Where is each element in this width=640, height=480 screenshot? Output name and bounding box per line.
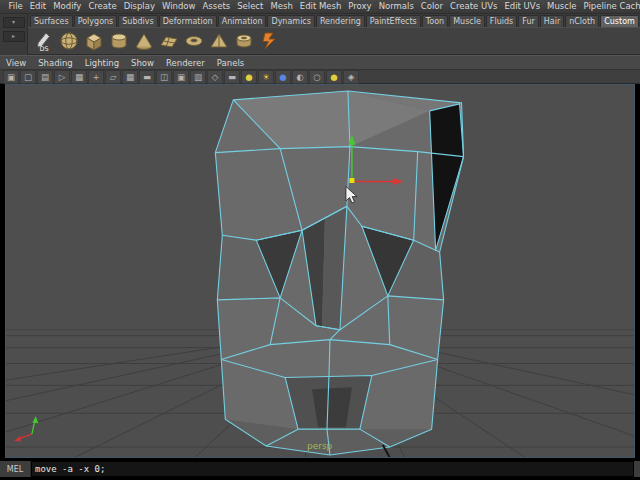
isolate-select-icon[interactable]: ◈ [343, 70, 359, 84]
poly-torus-icon [183, 30, 205, 52]
menu-edit-uvs[interactable]: Edit UVs [501, 0, 544, 13]
safe-action-icon[interactable]: ◇ [207, 70, 223, 84]
film-gate-icon[interactable]: ▬ [139, 70, 155, 84]
resolution-gate-icon[interactable]: ◫ [156, 70, 172, 84]
shelf-icon-poly-torus[interactable] [181, 29, 206, 54]
panel-menu-lighting[interactable]: Lighting [85, 56, 119, 70]
panel-menu-bar: View Shading Lighting Show Renderer Pane… [0, 55, 640, 69]
lock-camera-icon[interactable]: □ [20, 70, 36, 84]
shelf-tab-hair[interactable]: Hair [540, 15, 564, 27]
shelf-tab-ncloth[interactable]: nCloth [565, 15, 599, 27]
camera-attributes-icon[interactable]: ▤ [37, 70, 53, 84]
menu-normals[interactable]: Normals [375, 0, 417, 13]
gate-mask-icon[interactable]: ▣ [173, 70, 189, 84]
highlight-selection-icon[interactable]: ● [326, 70, 342, 84]
shelf-tab-animation[interactable]: Animation [218, 15, 267, 27]
menu-proxy[interactable]: Proxy [345, 0, 375, 13]
interactive-split-icon [258, 30, 280, 52]
shelf-menu-icon[interactable]: ▸ [3, 31, 25, 42]
poly-cylinder-icon [108, 30, 130, 52]
poly-cone-icon [133, 30, 155, 52]
command-mode-toggle[interactable]: MEL [0, 461, 31, 477]
image-plane-icon[interactable]: ▦ [71, 70, 87, 84]
camera-icon[interactable]: ▣ [3, 70, 19, 84]
shelf-gutter: ▾ ▸ [0, 14, 28, 55]
shelf-tab-custom[interactable]: Custom [600, 15, 639, 27]
menu-modify[interactable]: Modify [50, 0, 85, 13]
command-bar-end [634, 461, 640, 477]
poly-pyramid-icon [208, 30, 230, 52]
shelf-icon-poly-pipe[interactable] [231, 29, 256, 54]
camera-label: persp [307, 441, 333, 451]
manipulator-center-handle[interactable] [349, 178, 354, 183]
shelf-tab-polygons[interactable]: Polygons [74, 15, 118, 27]
shelf-tab-subdivs[interactable]: Subdivs [118, 15, 157, 27]
shelf-tab-fluids[interactable]: Fluids [486, 15, 517, 27]
menu-create[interactable]: Create [85, 0, 120, 13]
shelf-icon-interactive-split[interactable] [256, 29, 281, 54]
viewport-canvas[interactable]: persp [6, 85, 634, 457]
shelf-tab-painteffects[interactable]: PaintEffects [366, 15, 421, 27]
shelf-tab-surfaces[interactable]: Surfaces [30, 15, 73, 27]
panel-menu-show[interactable]: Show [131, 56, 154, 70]
all-lights-icon[interactable]: ☀ [258, 70, 274, 84]
pan-zoom-icon[interactable]: + [88, 70, 104, 84]
panel-menu-shading[interactable]: Shading [38, 56, 73, 70]
menu-color[interactable]: Color [417, 0, 446, 13]
menu-select[interactable]: Select [234, 0, 267, 13]
axis-x-arrowhead [14, 436, 21, 441]
safe-title-icon[interactable]: ▬ [224, 70, 240, 84]
shelf-icon-poly-sphere[interactable] [56, 29, 81, 54]
svg-text:DS: DS [39, 45, 48, 52]
menu-window[interactable]: Window [158, 0, 199, 13]
textured-icon[interactable]: ◐ [292, 70, 308, 84]
pencil-icon: DS [33, 30, 55, 52]
shelf-tab-muscle[interactable]: Muscle [449, 15, 485, 27]
grid-icon[interactable]: ▦ [122, 70, 138, 84]
default-lighting-icon[interactable]: ● [241, 70, 257, 84]
perspective-viewport[interactable]: persp [5, 84, 635, 458]
shelf-tab-bar: Surfaces Polygons Subdivs Deformation An… [0, 13, 640, 27]
shelf: DS [0, 27, 640, 55]
grease-pencil-icon[interactable]: ▱ [105, 70, 121, 84]
shelf-icon-poly-cube[interactable] [81, 29, 106, 54]
panel-menu-view[interactable]: View [6, 56, 26, 70]
shelf-icon-poly-cylinder[interactable] [106, 29, 131, 54]
menu-muscle[interactable]: Muscle [544, 0, 580, 13]
menu-edit-mesh[interactable]: Edit Mesh [296, 0, 345, 13]
bookmarks-icon[interactable]: ▷ [54, 70, 70, 84]
shelf-tab-fur[interactable]: Fur [518, 15, 539, 27]
poly-sphere-icon [58, 30, 80, 52]
shelf-icon-pencil-ds[interactable]: DS [31, 29, 56, 54]
command-input[interactable] [31, 461, 634, 477]
menu-pipeline-cache[interactable]: Pipeline Cache [580, 0, 640, 13]
polygon-head-mesh[interactable] [215, 91, 463, 455]
menu-edit[interactable]: Edit [26, 0, 49, 13]
shelf-tab-menu-icon[interactable]: ▾ [3, 17, 25, 28]
panel-menu-renderer[interactable]: Renderer [166, 56, 205, 70]
command-line-bar: MEL [0, 461, 640, 477]
shadows-icon[interactable]: ● [275, 70, 291, 84]
panel-menu-panels[interactable]: Panels [217, 56, 244, 70]
menu-display[interactable]: Display [120, 0, 158, 13]
poly-cube-icon [83, 30, 105, 52]
shelf-tab-deformation[interactable]: Deformation [159, 15, 217, 27]
menu-mesh[interactable]: Mesh [267, 0, 296, 13]
main-menu-bar: File Edit Modify Create Display Window A… [0, 0, 640, 13]
shelf-tab-dynamics[interactable]: Dynamics [267, 15, 314, 27]
wireframe-icon[interactable]: ○ [309, 70, 325, 84]
field-chart-icon[interactable]: ▥ [190, 70, 206, 84]
shelf-tab-rendering[interactable]: Rendering [316, 15, 365, 27]
poly-plane-icon [158, 30, 180, 52]
shelf-icon-poly-pyramid[interactable] [206, 29, 231, 54]
menu-assets[interactable]: Assets [199, 0, 234, 13]
poly-pipe-icon [233, 30, 255, 52]
menu-file[interactable]: File [5, 0, 26, 13]
axis-y-arrowhead [32, 416, 38, 423]
menu-create-uvs[interactable]: Create UVs [447, 0, 501, 13]
shelf-tab-toon[interactable]: Toon [422, 15, 448, 27]
shelf-icon-poly-plane[interactable] [156, 29, 181, 54]
shelf-icon-poly-cone[interactable] [131, 29, 156, 54]
viewport-toolbar: ▣ □ ▤ ▷ ▦ + ▱ ▦ ▬ ◫ ▣ ▥ ◇ ▬ ● ☀ ● ◐ ○ ● … [0, 69, 640, 84]
